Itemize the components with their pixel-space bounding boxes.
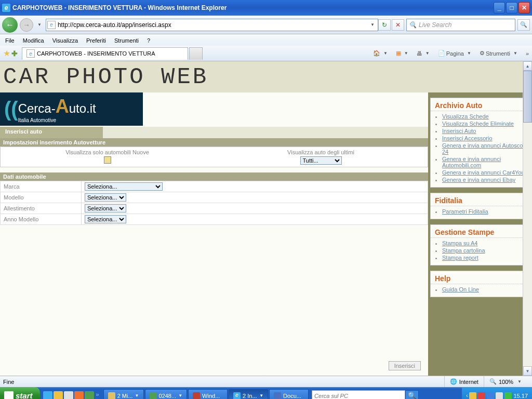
ql-icon-4[interactable] (74, 391, 84, 400)
menu-bar: File Modifica Visualizza Preferiti Strum… (0, 34, 532, 46)
tray-icon-3[interactable] (487, 392, 494, 400)
quick-launch: » (40, 391, 103, 400)
link-inserisci-auto[interactable]: Inserisci Auto (442, 128, 476, 134)
stampe-title: Gestione Stampe (431, 225, 529, 238)
taskbar-item-3[interactable]: Wind... (188, 389, 228, 400)
car-data-form: Marca Seleziona... Modello Seleziona... … (0, 181, 428, 225)
window-title: CARPHOTOWEB - INSERIMENTO VETTURA - Wind… (12, 4, 494, 11)
sidebar-fiditalia: Fiditalia Parametri Fiditalia (430, 193, 530, 219)
tab-page-icon: e (26, 49, 35, 58)
link-annunci-car4you[interactable]: Genera e invia annunci Car4You (442, 169, 525, 176)
ql-icon-2[interactable] (54, 391, 63, 400)
start-button[interactable]: start (0, 387, 40, 399)
settings-row: Visualizza solo automobili Nuove Visuali… (0, 147, 428, 167)
ie-icon: e (2, 4, 10, 12)
anno-modello-label: Anno Modello (1, 214, 82, 225)
menu-visualizza[interactable]: Visualizza (52, 37, 78, 44)
taskbar: start » 2 Mi...▼ 0248...▼ Wind... e2 In.… (0, 387, 532, 399)
link-parametri-fiditalia[interactable]: Parametri Fiditalia (442, 208, 488, 215)
menu-help[interactable]: ? (147, 37, 150, 44)
menu-strumenti[interactable]: Strumenti (114, 37, 139, 44)
sidebar-help: Help Guida On Line (430, 271, 530, 297)
marca-select[interactable]: Seleziona... (85, 182, 163, 191)
ql-ie-icon[interactable] (43, 391, 52, 400)
modello-select[interactable]: Seleziona... (85, 193, 126, 202)
link-vis-schede[interactable]: Visualizza Schede (442, 113, 489, 119)
feeds-button[interactable]: ▦▼ (396, 50, 410, 57)
taskbar-item-5[interactable]: Docu... (269, 389, 309, 400)
tray-icon-4[interactable] (496, 392, 503, 400)
tray-icon-2[interactable] (478, 392, 485, 400)
refresh-button[interactable]: ↻ (378, 19, 391, 31)
taskbar-item-4[interactable]: e2 In...▼ (229, 389, 268, 400)
browser-tab[interactable]: e CARPHOTOWEB - INSERIMENTO VETTURA (22, 47, 188, 60)
taskbar-item-2[interactable]: 0248...▼ (145, 389, 188, 400)
back-button[interactable]: ← (2, 17, 18, 33)
link-annunci-automobili[interactable]: Genera e invia annunci Automobili.com (442, 156, 501, 168)
vis-ultimi-select[interactable]: Tutti... (300, 156, 342, 165)
vis-nuove-label: Visualizza solo automobili Nuove (3, 149, 212, 155)
link-annunci-ebay[interactable]: Genera e invia annunci Ebay (442, 177, 515, 183)
system-tray: ‹ 15.17 (462, 387, 532, 399)
nav-history-dropdown[interactable]: ▼ (35, 22, 44, 27)
ql-icon-3[interactable] (64, 391, 73, 400)
link-stampa-a4[interactable]: Stampa su A4 (442, 240, 478, 246)
status-zoom[interactable]: 🔍 100% ▼ (484, 376, 529, 387)
search-go-button[interactable]: 🔍 (517, 19, 530, 31)
tray-icon-1[interactable] (469, 392, 476, 400)
scroll-down-button[interactable]: ▼ (523, 366, 532, 376)
link-vis-schede-elim[interactable]: Visualizza Schede Eliminate (442, 121, 514, 127)
home-button[interactable]: 🏠▼ (373, 50, 390, 57)
help-title: Help (431, 271, 529, 284)
link-inserisci-accessorio[interactable]: Inserisci Accessorio (442, 135, 493, 141)
close-button[interactable]: ✕ (518, 2, 530, 14)
tab-inserisci-auto[interactable]: Inserisci auto (0, 127, 103, 138)
page-menu[interactable]: 📄 Pagina▼ (438, 50, 473, 57)
tray-expand-icon[interactable]: ‹ (466, 393, 468, 398)
modello-label: Modello (1, 192, 82, 203)
page-icon: e (47, 21, 56, 29)
minimize-button[interactable]: _ (494, 2, 505, 14)
favorites-icon[interactable]: ★ (3, 48, 10, 58)
nav-toolbar: ← → ▼ e http://cpw.cerca-auto.it/app/ins… (0, 16, 532, 34)
menu-file[interactable]: File (5, 37, 15, 44)
cerca-auto-logo: (( Cerca-Auto.it Italia Automotive (0, 92, 143, 126)
vertical-scrollbar[interactable]: ▲ ▼ (523, 61, 532, 376)
tray-clock[interactable]: 15.17 (513, 393, 528, 399)
stop-button[interactable]: ✕ (392, 19, 404, 31)
address-bar[interactable]: e http://cpw.cerca-auto.it/app/inserisci… (46, 19, 378, 31)
link-stampa-report[interactable]: Stampa report (442, 255, 478, 261)
taskbar-search-button[interactable]: 🔍 (405, 390, 419, 400)
menu-preferiti[interactable]: Preferiti (86, 37, 106, 44)
link-stampa-cartolina[interactable]: Stampa cartolina (442, 247, 485, 254)
scroll-thumb[interactable] (523, 71, 532, 123)
vis-nuove-checkbox[interactable] (104, 156, 111, 164)
scroll-up-button[interactable]: ▲ (523, 61, 532, 71)
ql-icon-5[interactable] (85, 391, 94, 400)
search-input[interactable]: 🔍Live Search (406, 19, 515, 31)
settings-header: Impostazioni inserimento Autovetture (0, 138, 428, 147)
tray-icon-5[interactable] (504, 392, 512, 400)
address-dropdown[interactable]: ▼ (368, 22, 377, 27)
add-favorite-icon[interactable]: ✚ (11, 49, 18, 58)
toolbar-expand-chevron[interactable]: » (526, 50, 529, 57)
tools-menu[interactable]: ⚙ Strumenti▼ (480, 50, 520, 57)
anno-modello-select[interactable]: Seleziona... (85, 215, 126, 223)
forward-button[interactable]: → (20, 18, 33, 32)
page-tabs: Inserisci auto (0, 127, 428, 138)
main-column: (( Cerca-Auto.it Italia Automotive Inser… (0, 92, 428, 376)
search-placeholder: Live Search (419, 21, 451, 29)
maximize-button[interactable]: □ (506, 2, 517, 14)
allestimento-select[interactable]: Seleziona... (85, 204, 126, 212)
print-button[interactable]: 🖶▼ (417, 50, 432, 57)
taskbar-item-1[interactable]: 2 Mi...▼ (103, 389, 144, 400)
fiditalia-title: Fiditalia (431, 193, 529, 206)
taskbar-search-input[interactable] (312, 390, 405, 400)
ql-chevron-icon[interactable]: » (95, 391, 100, 400)
link-annunci-autoscout[interactable]: Genera e invia annunci Autoscout 24 (442, 142, 528, 155)
link-guida-online[interactable]: Guida On Line (442, 286, 479, 292)
menu-modifica[interactable]: Modifica (23, 37, 44, 44)
inserisci-button[interactable]: Inserisci (389, 361, 421, 370)
sidebar: Archivio Auto Visualizza Schede Visualiz… (428, 92, 532, 376)
new-tab-button[interactable] (189, 47, 203, 60)
